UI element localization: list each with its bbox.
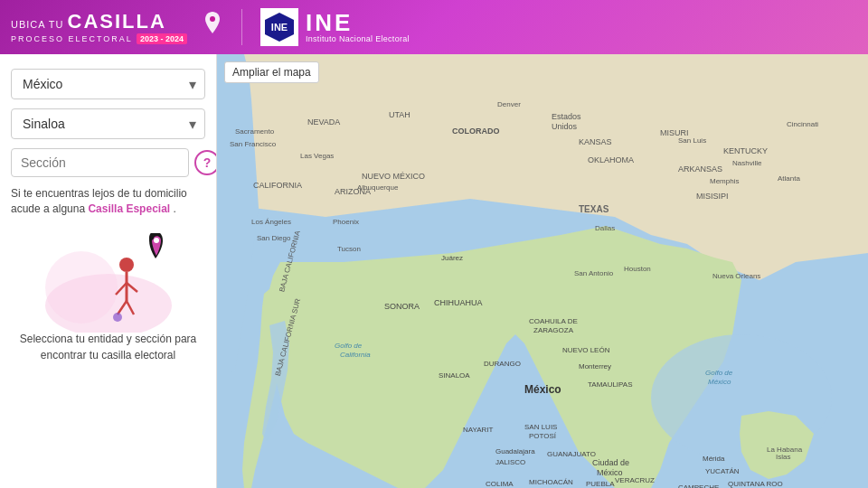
- casilla-especial-link[interactable]: Casilla Especial: [88, 202, 170, 215]
- ine-text: INE Instituto Nacional Electoral: [306, 11, 410, 43]
- svg-text:MISISIPI: MISISIPI: [696, 192, 729, 201]
- svg-text:JALISCO: JALISCO: [495, 458, 525, 466]
- header-divider: [241, 9, 242, 45]
- svg-text:DURANGO: DURANGO: [484, 360, 521, 368]
- app-branding: UBICA TU CASILLA PROCESO ELECTORAL 2023 …: [11, 10, 187, 44]
- colorado-label: COLORADO: [452, 127, 500, 136]
- svg-text:COLIMA: COLIMA: [486, 480, 514, 488]
- svg-text:CHIHUAHUA: CHIHUAHUA: [434, 298, 483, 307]
- svg-text:Denver: Denver: [497, 100, 521, 108]
- state-select[interactable]: Sinaloa: [11, 108, 205, 139]
- ine-full-label: Instituto Nacional Electoral: [306, 34, 410, 43]
- map-svg: COLORADO Estados Unidos NEVADA UTAH KANS…: [217, 54, 868, 488]
- illustration-caption: Selecciona tu entidad y sección para enc…: [11, 331, 205, 363]
- svg-text:TEXAS: TEXAS: [579, 204, 609, 214]
- svg-text:Monterrey: Monterrey: [579, 362, 611, 371]
- svg-text:Golfo de: Golfo de: [705, 369, 733, 377]
- illustration-graphic: [36, 233, 181, 324]
- map-container: Ampliar el mapa COLORADO Estados Unidos: [217, 54, 868, 488]
- svg-text:Unidos: Unidos: [552, 122, 578, 131]
- svg-text:YUCATÁN: YUCATÁN: [705, 467, 740, 475]
- ine-logo-mark: INE: [263, 11, 296, 43]
- svg-text:ARIZONA: ARIZONA: [335, 187, 371, 196]
- svg-text:San Diego: San Diego: [257, 234, 291, 242]
- svg-text:México: México: [524, 383, 561, 396]
- years-badge: 2023 - 2024: [137, 33, 187, 44]
- svg-text:Dallas: Dallas: [595, 224, 615, 232]
- svg-text:MICHOACÁN: MICHOACÁN: [529, 478, 573, 486]
- svg-point-6: [45, 251, 118, 324]
- svg-text:SAN LUIS: SAN LUIS: [524, 423, 557, 431]
- svg-text:California: California: [340, 351, 371, 359]
- svg-text:GUANAJUATO: GUANAJUATO: [547, 450, 596, 458]
- svg-text:CAMPECHE: CAMPECHE: [678, 483, 719, 488]
- svg-text:QUINTANA ROO: QUINTANA ROO: [728, 480, 783, 488]
- svg-text:San Francisco: San Francisco: [230, 140, 277, 148]
- svg-text:NUEVO LEÓN: NUEVO LEÓN: [562, 346, 610, 354]
- ubica-tu-label: UBICA TU: [11, 19, 64, 30]
- svg-text:TAMAULIPAS: TAMAULIPAS: [588, 380, 633, 389]
- casilla-especial-text: Si te encuentras lejos de tu domicilio a…: [11, 186, 205, 217]
- svg-text:SINALOA: SINALOA: [439, 371, 470, 380]
- illustration-area: Selecciona tu entidad y sección para enc…: [11, 233, 205, 363]
- svg-point-14: [113, 313, 122, 322]
- header: UBICA TU CASILLA PROCESO ELECTORAL 2023 …: [0, 0, 868, 54]
- svg-text:Islas: Islas: [776, 453, 790, 461]
- casilla-text-after: .: [174, 202, 176, 215]
- country-select-wrapper[interactable]: México: [11, 69, 205, 99]
- seccion-input[interactable]: [11, 148, 189, 177]
- svg-text:Guadalajara: Guadalajara: [495, 447, 535, 455]
- svg-text:Golfo de: Golfo de: [335, 342, 363, 350]
- svg-text:Tucson: Tucson: [337, 245, 361, 253]
- svg-text:Estados: Estados: [552, 112, 581, 121]
- svg-text:INE: INE: [271, 22, 288, 33]
- svg-point-13: [154, 238, 159, 243]
- svg-text:Nueva Orleans: Nueva Orleans: [712, 272, 760, 280]
- svg-text:SONORA: SONORA: [384, 302, 420, 311]
- svg-text:POTOSÍ: POTOSÍ: [529, 432, 557, 440]
- svg-text:Nashville: Nashville: [732, 159, 762, 167]
- svg-text:Cincinnati: Cincinnati: [787, 120, 818, 128]
- svg-text:Juárez: Juárez: [441, 254, 463, 262]
- svg-text:Sacramento: Sacramento: [235, 127, 275, 136]
- map-expand-button[interactable]: Ampliar el mapa: [224, 61, 319, 83]
- svg-text:Los Ángeles: Los Ángeles: [251, 218, 291, 226]
- svg-text:San Antonio: San Antonio: [574, 269, 614, 277]
- svg-text:Atlanta: Atlanta: [778, 174, 800, 183]
- country-select[interactable]: México: [11, 69, 205, 99]
- svg-text:Las Vegas: Las Vegas: [300, 152, 334, 160]
- ine-main-label: INE: [306, 11, 410, 34]
- svg-text:México: México: [708, 378, 731, 386]
- svg-text:Mérida: Mérida: [703, 455, 725, 463]
- svg-text:KENTUCKY: KENTUCKY: [723, 146, 768, 155]
- pin-icon: [202, 12, 223, 42]
- svg-text:Houston: Houston: [624, 265, 651, 273]
- proceso-label: PROCESO ELECTORAL: [11, 34, 133, 43]
- svg-text:OKLAHOMA: OKLAHOMA: [588, 155, 634, 164]
- main-content: México Sinaloa ? Buscar Si te encuentras…: [0, 54, 868, 488]
- svg-text:UTAH: UTAH: [389, 110, 410, 119]
- ine-logo: INE INE Instituto Nacional Electoral: [260, 8, 410, 46]
- state-select-wrapper[interactable]: Sinaloa: [11, 108, 205, 139]
- svg-text:VERACRUZ: VERACRUZ: [615, 476, 655, 484]
- svg-text:NUEVO MÉXICO: NUEVO MÉXICO: [362, 172, 425, 181]
- svg-text:PUEBLA: PUEBLA: [586, 480, 615, 488]
- svg-text:ARKANSAS: ARKANSAS: [678, 164, 722, 174]
- casilla-label: CASILLA: [68, 10, 166, 33]
- svg-text:Memphis: Memphis: [710, 177, 739, 185]
- svg-text:Ciudad de: Ciudad de: [592, 458, 629, 467]
- svg-text:CALIFORNIA: CALIFORNIA: [253, 181, 302, 190]
- svg-text:La Habana: La Habana: [767, 446, 803, 454]
- svg-text:Phoenix: Phoenix: [333, 218, 359, 226]
- svg-text:ZARAGOZA: ZARAGOZA: [533, 326, 574, 334]
- svg-point-7: [119, 258, 134, 272]
- svg-text:NEVADA: NEVADA: [307, 117, 340, 127]
- illustration-svg: [36, 233, 181, 333]
- svg-text:NAYARIT: NAYARIT: [463, 426, 494, 434]
- svg-point-0: [210, 16, 215, 22]
- sidebar: México Sinaloa ? Buscar Si te encuentras…: [0, 54, 217, 488]
- search-row: ? Buscar: [11, 148, 205, 177]
- svg-text:COAHUILA DE: COAHUILA DE: [529, 317, 578, 325]
- help-button[interactable]: ?: [194, 150, 217, 175]
- svg-text:KANSAS: KANSAS: [579, 137, 612, 146]
